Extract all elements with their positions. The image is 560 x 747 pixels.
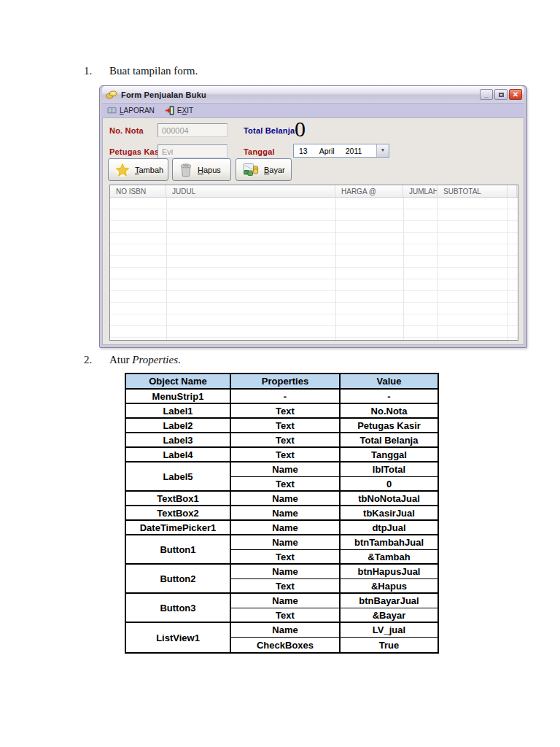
listview[interactable]: NO ISBNJUDULHARGA @JUMLAHSUBTOTAL [109, 185, 518, 341]
value-cell: tbKasirJual [341, 506, 438, 521]
maximize-glyph [499, 93, 504, 97]
list-item-1-text: Buat tampilan form. [109, 65, 198, 77]
value-cell: LV_jual [341, 623, 438, 638]
value-cell: - [341, 390, 438, 404]
tambah-button[interactable]: Tambah [108, 158, 168, 181]
property-cell: Text [231, 433, 341, 448]
menu-item-laporan-label: LAPORAN [120, 107, 155, 115]
object-name-cell: Label2 [126, 419, 231, 433]
property-cell: Text [231, 448, 341, 462]
value-cell: dtpJual [341, 521, 438, 535]
list-item-1: 1. Buat tampilan form. [84, 65, 198, 77]
value-cell: Tanggal [341, 448, 438, 462]
list-item-1-number: 1. [84, 65, 109, 77]
value-cell: &Bayar [341, 608, 438, 623]
close-button[interactable]: ✕ [509, 89, 522, 100]
tanggal-label: Tanggal [244, 147, 275, 156]
window-titlebar: Form Penjualan Buku _ ✕ [102, 86, 524, 103]
date-picker-month[interactable]: April [319, 147, 335, 155]
hapus-button-label: Hapus [198, 166, 221, 174]
exit-icon [165, 106, 174, 115]
menu-item-laporan[interactable]: LAPORAN [107, 107, 155, 115]
list-item-2-text: Atur Properties. [109, 354, 181, 366]
table-row: Label1TextNo.Nota [126, 404, 438, 419]
petugas-kasir-input[interactable]: Evi [158, 144, 228, 158]
table-row: Label5NamelblTotal [126, 462, 438, 477]
listview-gridline [438, 198, 438, 340]
header-properties: Properties [231, 374, 341, 390]
property-cell: - [231, 390, 341, 404]
listview-column-label: JUMLAH [409, 187, 438, 196]
listview-column-extra[interactable] [508, 185, 517, 197]
listview-body[interactable] [110, 198, 518, 340]
document-page: 1. Buat tampilan form. Form Penjualan Bu… [0, 0, 560, 747]
listview-gridline [508, 198, 508, 340]
total-belanja-value: 0 [295, 118, 306, 140]
value-cell: Total Belanja [341, 433, 438, 448]
object-name-cell: MenuStrip1 [126, 390, 231, 404]
no-nota-input[interactable]: 000004 [158, 123, 228, 137]
bayar-button[interactable]: Bayar [236, 158, 292, 181]
table-row: Button2NamebtnHapusJual [126, 565, 438, 579]
properties-table: Object Name Properties Value MenuStrip1-… [125, 373, 439, 654]
object-name-cell: Button2 [126, 565, 231, 594]
listview-gridline [335, 198, 336, 340]
listview-column-harga-[interactable]: HARGA @ [335, 185, 403, 197]
form-client-area: No. Nota 000004 Total Belanja 0 Petugas … [102, 117, 524, 345]
value-cell: lblTotal [341, 462, 438, 477]
list-item-2: 2. Atur Properties. [84, 354, 181, 366]
menu-item-exit-label: EXIT [177, 107, 193, 115]
table-row: Label3TextTotal Belanja [126, 433, 438, 448]
listview-column-label: SUBTOTAL [443, 187, 481, 196]
date-picker-day[interactable]: 13 [299, 147, 308, 155]
minimize-glyph: _ [484, 92, 488, 98]
date-picker-dropdown-button[interactable]: ▼ [376, 144, 389, 157]
listview-column-subtotal[interactable]: SUBTOTAL [438, 185, 508, 197]
header-object-name: Object Name [126, 374, 231, 390]
window-title: Form Penjualan Buku [121, 90, 478, 99]
bayar-button-label: Bayar [264, 166, 285, 174]
listview-gridline [403, 198, 404, 340]
value-cell: btnTambahJual [341, 535, 438, 550]
properties-table-body: MenuStrip1--Label1TextNo.NotaLabel2TextP… [126, 390, 438, 652]
table-row: TextBox2NametbKasirJual [126, 506, 438, 521]
listview-column-no-isbn[interactable]: NO ISBN [110, 185, 166, 197]
property-cell: Text [231, 550, 341, 565]
value-cell: btnHapusJual [341, 565, 438, 579]
property-cell: Name [231, 506, 341, 521]
listview-header: NO ISBNJUDULHARGA @JUMLAHSUBTOTAL [110, 185, 518, 198]
value-cell: &Hapus [341, 579, 438, 594]
table-row: Button3NamebtnBayarJual [126, 594, 438, 608]
value-cell: Petugas Kasir [341, 419, 438, 433]
object-name-cell: TextBox1 [126, 492, 231, 506]
date-picker-year[interactable]: 2011 [346, 147, 362, 155]
close-glyph: ✕ [513, 91, 518, 98]
property-cell: CheckBoxes [231, 638, 341, 652]
property-cell: Name [231, 594, 341, 608]
listview-column-label: HARGA @ [341, 187, 376, 196]
property-cell: Name [231, 535, 341, 550]
listview-column-label: NO ISBN [116, 187, 146, 196]
object-name-cell: DateTimePicker1 [126, 521, 231, 535]
date-picker[interactable]: 13 April 2011 ▼ [293, 144, 389, 158]
coins-icon [106, 90, 117, 99]
object-name-cell: Label5 [126, 462, 231, 492]
no-nota-label: No. Nota [109, 126, 144, 135]
value-cell: 0 [341, 477, 438, 492]
property-cell: Text [231, 477, 341, 492]
minimize-button[interactable]: _ [480, 89, 493, 100]
maximize-button[interactable] [494, 89, 508, 100]
table-row: Label4TextTanggal [126, 448, 438, 462]
form-window: Form Penjualan Buku _ ✕ LAPORAN [99, 85, 527, 348]
property-cell: Text [231, 579, 341, 594]
object-name-cell: Label1 [126, 404, 231, 419]
menu-bar: LAPORAN EXIT [102, 103, 524, 117]
hapus-button[interactable]: Hapus [172, 158, 231, 181]
table-row: Button1NamebtnTambahJual [126, 535, 438, 550]
menu-item-exit[interactable]: EXIT [165, 106, 193, 115]
petugas-kasir-label: Petugas Kasir [109, 147, 165, 156]
listview-column-judul[interactable]: JUDUL [166, 185, 335, 197]
properties-table-header-row: Object Name Properties Value [126, 374, 438, 390]
header-value: Value [341, 374, 438, 390]
listview-column-jumlah[interactable]: JUMLAH [403, 185, 438, 197]
